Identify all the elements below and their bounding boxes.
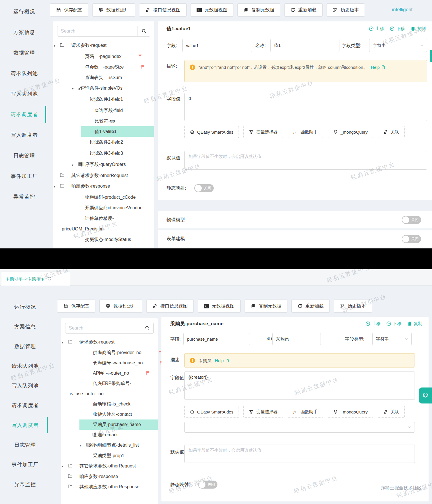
sidebar-item[interactable]: 方案信息 xyxy=(0,22,49,43)
tree-item[interactable]: Str.变更状态-modifyStatus xyxy=(53,234,154,245)
search-input[interactable] xyxy=(57,29,137,34)
sidebar-item[interactable]: 日志管理 xyxy=(0,145,49,166)
toolbar-button[interactable]: 复制元数据 xyxy=(237,3,280,17)
assist-button[interactable]: fx函数助手 xyxy=(288,126,323,138)
search-icon[interactable] xyxy=(137,26,150,36)
tree-item[interactable]: Str.每页数 -pageSize xyxy=(53,62,154,72)
field-key-input[interactable] xyxy=(183,333,250,345)
tree-item[interactable]: ▾过滤条件1-field1 xyxy=(53,94,154,105)
sidebar-item[interactable]: 请求队列池 xyxy=(0,356,50,376)
tree-item[interactable]: 其它请求参数-otherRequest xyxy=(53,170,154,181)
tree-item[interactable]: ▸其它请求参数-otherRequest xyxy=(61,461,158,471)
sidebar-item[interactable]: 写入队列池 xyxy=(0,84,49,104)
tree-item[interactable]: 响应参数-response xyxy=(61,471,158,482)
form-model-toggle[interactable]: 关闭 xyxy=(402,235,421,243)
toolbar-button[interactable]: 历史版本 xyxy=(334,300,372,313)
tree-item[interactable]: Str.传入ERP采购单号-is_use_outer_no xyxy=(61,378,158,399)
sidebar-item[interactable]: 异常监控 xyxy=(0,474,50,494)
assist-button[interactable]: _mongoQuery xyxy=(328,126,373,138)
toolbar-button[interactable]: 元数据视图 xyxy=(191,3,233,17)
sidebar-item[interactable]: 写入调度者 xyxy=(0,125,49,145)
sidebar-item[interactable]: 请求队列池 xyxy=(0,63,49,84)
panel-action-circle-down[interactable]: 下移 xyxy=(386,321,401,326)
intelligent-label[interactable]: intelligent xyxy=(392,7,413,13)
toolbar-button[interactable]: 复制元数据 xyxy=(245,300,287,313)
tree-item[interactable]: Str.收货人姓名-contact xyxy=(61,409,158,419)
tree-item[interactable]: Str.API单号-outer_no xyxy=(61,368,158,378)
refresh-icon[interactable] xyxy=(47,276,52,281)
tree-item[interactable]: Str.采购类型-prop1 xyxy=(61,451,158,461)
sidebar-item[interactable]: 方案信息 xyxy=(0,317,50,336)
tree-item[interactable]: Str.页码 -pageIndex xyxy=(53,51,154,62)
field-type-select[interactable]: 字符串 xyxy=(369,39,427,52)
assist-button[interactable]: _mongoQuery xyxy=(328,406,373,418)
tree-item[interactable]: Str.自动审核-is_check xyxy=(61,399,158,409)
help-link[interactable]: Help xyxy=(371,63,385,71)
sidebar-item[interactable]: 请求调度者 xyxy=(0,395,50,415)
name-input[interactable] xyxy=(272,333,321,345)
help-link[interactable]: Help xyxy=(215,357,229,364)
sidebar-item[interactable]: 异常监控 xyxy=(0,186,49,207)
expand-arrow-icon[interactable]: ▾ xyxy=(76,95,82,105)
tree-item[interactable]: Str.采购员-purchase_name xyxy=(61,419,158,430)
tree-item[interactable]: Str.仓库编号-warehouse_no xyxy=(61,358,158,368)
toolbar-button[interactable]: 接口信息视图 xyxy=(146,300,194,313)
tree-item[interactable]: ▸过滤条件3-field3 xyxy=(53,148,154,159)
settings-fab-partial[interactable] xyxy=(430,50,432,62)
tree-item[interactable]: ▾请求参数-request xyxy=(53,40,154,51)
tree-item[interactable]: Str.开票供应商id-invoiceVendor xyxy=(53,202,154,213)
sidebar-item[interactable]: 数据管理 xyxy=(0,336,50,356)
sidebar-item[interactable]: 写入队列池 xyxy=(0,376,50,395)
sidebar-item[interactable]: 日志管理 xyxy=(0,435,50,455)
tab-active[interactable]: 采购订单=>采购单-p xyxy=(1,272,70,286)
assist-button[interactable]: 关联 xyxy=(378,126,405,138)
toolbar-button[interactable]: 保存配置 xyxy=(57,300,95,313)
field-value-textarea[interactable]: 0 xyxy=(184,93,427,121)
search-input[interactable] xyxy=(65,326,141,331)
assist-button[interactable]: QEasy SmartAides xyxy=(184,406,239,418)
physical-model-toggle[interactable]: 关闭 xyxy=(402,216,421,224)
tree-item[interactable]: Str.查询字段-field xyxy=(53,105,154,116)
search-icon[interactable] xyxy=(141,323,153,333)
collapse-arrow-icon[interactable]: ▸ xyxy=(67,160,73,170)
tree-item[interactable]: Str.物料编码-product_cCode xyxy=(53,192,154,202)
sidebar-item[interactable]: 请求调度者 xyxy=(0,104,49,125)
panel-action-copy[interactable]: 复制 xyxy=(411,26,426,31)
tree-item[interactable]: Str.计价单位精度-priceUOM_Precision xyxy=(53,213,154,234)
assist-button[interactable]: QEasy SmartAides xyxy=(184,126,239,138)
toolbar-button[interactable]: 历史版本 xyxy=(327,3,365,17)
tree-item[interactable]: Str.供应商编号-provider_no xyxy=(61,348,158,358)
assist-button[interactable]: fx函数助手 xyxy=(288,406,323,418)
field-key-input[interactable] xyxy=(182,39,252,52)
tree-item[interactable]: ▸过滤条件2-field2 xyxy=(53,137,154,148)
tree-item[interactable]: ▸采购明细节点-details_list xyxy=(61,440,158,451)
sidebar-item[interactable]: 事件加工厂 xyxy=(0,166,49,186)
toolbar-button[interactable]: 重新加载 xyxy=(291,300,330,313)
tree-item[interactable]: 其他响应参数-otherResponse xyxy=(61,482,158,492)
settings-fab[interactable] xyxy=(419,387,432,403)
toolbar-button[interactable]: 数据过滤厂 xyxy=(92,3,135,17)
tree-item[interactable]: ▾响应参数-response xyxy=(53,181,154,192)
assist-button[interactable]: 变量选择器 xyxy=(243,126,283,138)
name-input[interactable] xyxy=(270,39,339,52)
mapping-select[interactable] xyxy=(184,422,415,433)
collapse-arrow-icon[interactable]: ▸ xyxy=(75,440,81,451)
toolbar-button[interactable]: 元数据视图 xyxy=(198,300,241,313)
default-value-textarea[interactable] xyxy=(184,151,427,170)
panel-action-circle-up[interactable]: 上移 xyxy=(365,321,381,326)
tree-item[interactable]: Str.值1-value1 xyxy=(53,126,154,137)
expand-arrow-icon[interactable]: ▾ xyxy=(67,83,73,94)
toolbar-button[interactable]: 数据过滤厂 xyxy=(99,300,142,313)
sidebar-item[interactable]: 数据管理 xyxy=(0,43,49,63)
panel-action-circle-down[interactable]: 下移 xyxy=(390,26,405,31)
sidebar-item[interactable]: 事件加工厂 xyxy=(0,455,50,474)
toolbar-button[interactable]: 重新加载 xyxy=(284,3,323,17)
field-value-textarea[interactable]: {{creator}} xyxy=(184,372,415,400)
default-value-textarea[interactable] xyxy=(184,445,415,463)
tree-item[interactable]: ▾查询条件-simpleVOs xyxy=(53,83,154,94)
panel-action-circle-up[interactable]: 上移 xyxy=(369,26,384,31)
panel-action-copy[interactable]: 复制 xyxy=(407,321,422,326)
collapse-arrow-icon[interactable]: ▸ xyxy=(76,137,82,148)
assist-button[interactable]: 关联 xyxy=(378,406,405,418)
field-type-select[interactable]: 字符串 xyxy=(372,333,412,345)
